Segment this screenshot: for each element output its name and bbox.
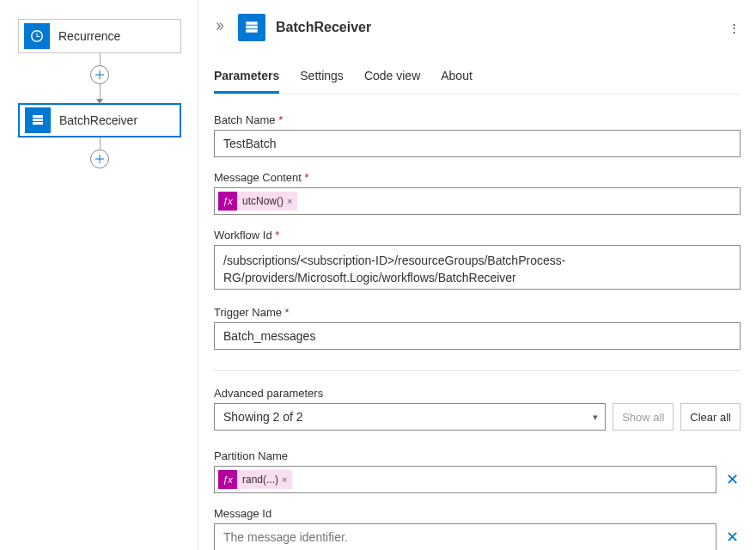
node-recurrence[interactable]: Recurrence bbox=[18, 19, 181, 53]
more-icon[interactable]: ⋮ bbox=[727, 21, 741, 34]
batch-icon bbox=[238, 14, 265, 41]
workflow-id-input[interactable] bbox=[214, 245, 741, 290]
clear-field-icon[interactable]: ✕ bbox=[723, 529, 741, 545]
message-content-input[interactable]: ƒx utcNow() × bbox=[214, 187, 741, 215]
message-id-input[interactable] bbox=[214, 523, 716, 550]
fx-icon: ƒx bbox=[218, 470, 237, 489]
batch-name-input[interactable] bbox=[214, 130, 741, 157]
panel-title: BatchReceiver bbox=[276, 20, 371, 35]
advanced-parameters-select[interactable]: Showing 2 of 2 ▾ bbox=[214, 403, 606, 431]
batch-icon bbox=[25, 107, 51, 133]
add-step-button[interactable] bbox=[90, 150, 109, 168]
node-batchreceiver[interactable]: BatchReceiver bbox=[18, 103, 181, 138]
expression-token[interactable]: ƒx rand(...) × bbox=[218, 470, 292, 489]
tab-parameters[interactable]: Parameters bbox=[214, 64, 279, 94]
collapse-icon[interactable] bbox=[214, 21, 228, 34]
field-label-partition-name: Partition Name bbox=[214, 449, 741, 462]
partition-name-input[interactable]: ƒx rand(...) × bbox=[214, 466, 716, 493]
field-label-trigger-name: Trigger Name * bbox=[214, 306, 741, 319]
connector bbox=[90, 53, 109, 103]
trigger-name-input[interactable] bbox=[214, 322, 741, 350]
node-label: BatchReceiver bbox=[59, 113, 137, 127]
tab-settings[interactable]: Settings bbox=[300, 64, 344, 94]
clock-icon bbox=[24, 23, 50, 49]
show-all-button[interactable]: Show all bbox=[613, 403, 674, 431]
clear-field-icon[interactable]: ✕ bbox=[723, 472, 741, 487]
advanced-parameters-heading: Advanced parameters bbox=[214, 387, 741, 400]
remove-token-icon[interactable]: × bbox=[287, 196, 292, 206]
connector bbox=[90, 138, 109, 168]
workflow-canvas: Recurrence BatchReceiver bbox=[0, 0, 198, 550]
chevron-down-icon: ▾ bbox=[593, 412, 598, 423]
field-label-message-id: Message Id bbox=[214, 507, 741, 520]
clear-all-button[interactable]: Clear all bbox=[680, 403, 741, 431]
field-label-batch-name: Batch Name * bbox=[214, 113, 741, 126]
tab-bar: Parameters Settings Code view About bbox=[214, 64, 741, 95]
fx-icon: ƒx bbox=[218, 192, 237, 211]
add-step-button[interactable] bbox=[90, 65, 109, 84]
tab-about[interactable]: About bbox=[441, 64, 472, 94]
expression-token[interactable]: ƒx utcNow() × bbox=[218, 192, 297, 211]
field-label-workflow-id: Workflow Id * bbox=[214, 229, 741, 241]
remove-token-icon[interactable]: × bbox=[282, 474, 287, 485]
field-label-message-content: Message Content * bbox=[214, 171, 741, 184]
node-label: Recurrence bbox=[58, 29, 120, 43]
tab-code-view[interactable]: Code view bbox=[364, 64, 420, 94]
panel-header: BatchReceiver ⋮ bbox=[214, 14, 741, 41]
divider bbox=[214, 370, 741, 371]
details-panel: BatchReceiver ⋮ Parameters Settings Code… bbox=[198, 0, 756, 550]
